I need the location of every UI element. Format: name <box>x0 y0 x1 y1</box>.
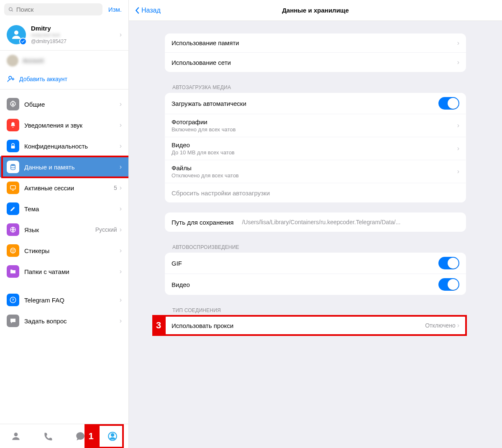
secondary-account-row[interactable]: Account <box>0 51 128 71</box>
settings-list: Общие › Уведомления и звук › Конфиденциа… <box>0 90 128 424</box>
setting-label: Папки с чатами <box>24 268 120 275</box>
proxy-card-wrap: Использовать прокси Отключено › 3 <box>165 316 466 335</box>
video-toggle[interactable] <box>438 278 459 291</box>
sidebar-item-sessions[interactable]: Активные сессии 5 › <box>0 177 128 198</box>
bell-icon <box>7 119 19 131</box>
sidebar-item-folders[interactable]: Папки с чатами › <box>0 261 128 282</box>
setting-label: Данные и память <box>24 164 120 171</box>
back-label: Назад <box>141 7 161 14</box>
storage-usage-row[interactable]: Использование памяти › <box>165 33 466 53</box>
save-path-row[interactable]: Путь для сохранения /Users/lisa/Library/… <box>165 212 466 232</box>
sidebar-item-data-storage[interactable]: Данные и память › 2 <box>0 156 128 177</box>
row-title: Фотографии <box>172 118 457 125</box>
auto-download-toggle-row[interactable]: Загружать автоматически <box>165 93 466 114</box>
setting-label: Тема <box>24 205 120 212</box>
proxy-value: Отключено <box>425 322 456 329</box>
files-row[interactable]: Файлы Отключено для всех чатов › <box>165 160 466 183</box>
brush-icon <box>7 202 19 215</box>
sidebar-item-general[interactable]: Общие › <box>0 94 128 115</box>
svg-point-3 <box>9 76 12 79</box>
svg-point-14 <box>14 250 15 251</box>
page-title: Данные и хранилище <box>129 7 502 14</box>
row-title: Видео <box>172 141 457 148</box>
auto-download-toggle[interactable] <box>438 97 459 110</box>
row-title: Загружать автоматически <box>172 100 438 107</box>
setting-label: Уведомления и звук <box>24 122 120 129</box>
tab-calls[interactable] <box>41 429 56 444</box>
lock-icon <box>7 140 19 152</box>
sidebar-item-stickers[interactable]: Стикеры › <box>0 240 128 261</box>
sidebar-item-ask[interactable]: Задать вопрос › <box>0 310 128 331</box>
sidebar-header: Изм. <box>0 0 128 19</box>
row-title: Сбросить настройки автозагрузки <box>172 189 459 197</box>
profile-row[interactable]: Dmitry redacted text @dmitry185427 › <box>0 19 128 51</box>
svg-line-1 <box>12 10 13 11</box>
svg-point-19 <box>111 433 114 436</box>
row-title: GIF <box>172 260 438 267</box>
sidebar-item-faq[interactable]: ? Telegram FAQ › <box>0 289 128 310</box>
chevron-right-icon: › <box>120 296 122 304</box>
chevron-right-icon: › <box>120 100 122 108</box>
svg-point-6 <box>12 103 14 105</box>
gif-toggle[interactable] <box>438 257 459 269</box>
tab-settings[interactable] <box>105 429 120 444</box>
setting-label: Активные сессии <box>24 184 114 192</box>
use-proxy-row[interactable]: Использовать прокси Отключено › <box>165 316 466 335</box>
chevron-right-icon: › <box>120 121 122 129</box>
gif-autoplay-row[interactable]: GIF <box>165 253 466 274</box>
gear-icon <box>7 98 19 110</box>
proxy-card: Использовать прокси Отключено › <box>165 316 466 335</box>
row-subtitle: До 10 MB для всех чатов <box>172 149 457 156</box>
sidebar-item-theme[interactable]: Тема › <box>0 198 128 219</box>
chevron-right-icon: › <box>120 226 122 233</box>
sidebar-item-notifications[interactable]: Уведомления и звук › <box>0 115 128 136</box>
chevron-right-icon: › <box>120 31 122 38</box>
setting-label: Язык <box>24 226 95 233</box>
row-title: Использование сети <box>172 59 457 66</box>
autoplay-card: GIF Видео <box>165 253 466 295</box>
svg-point-13 <box>12 250 13 251</box>
profile-info: Dmitry redacted text @dmitry185427 <box>31 25 120 44</box>
row-title: Видео <box>172 281 438 288</box>
profile-handle: @dmitry185427 <box>31 38 120 44</box>
edit-button[interactable]: Изм. <box>106 4 124 15</box>
row-title: Использовать прокси <box>172 322 425 329</box>
usage-card: Использование памяти › Использование сет… <box>165 33 466 72</box>
chevron-right-icon: › <box>457 145 459 152</box>
add-account-label: Добавить аккаунт <box>19 76 67 82</box>
row-title: Файлы <box>172 164 457 172</box>
video-row[interactable]: Видео До 10 MB для всех чатов › <box>165 137 466 160</box>
tab-bar: 1 <box>0 424 128 448</box>
main-pane: Назад Данные и хранилище Использование п… <box>129 0 502 448</box>
network-usage-row[interactable]: Использование сети › <box>165 53 466 72</box>
sidebar: Изм. Dmitry redacted text @dmitry185427 … <box>0 0 129 448</box>
verified-badge-icon <box>19 38 27 45</box>
reset-autodownload-row[interactable]: Сбросить настройки автозагрузки <box>165 183 466 202</box>
svg-text:?: ? <box>12 298 14 302</box>
annotation-marker-1: 1 <box>85 424 98 448</box>
video-autoplay-row[interactable]: Видео <box>165 274 466 295</box>
search-input[interactable] <box>16 6 98 13</box>
annotation-marker-3: 3 <box>152 315 165 336</box>
setting-value: 5 <box>114 184 117 191</box>
sticker-icon <box>7 244 19 257</box>
sidebar-item-language[interactable]: Язык Русский › <box>0 219 128 240</box>
svg-point-0 <box>9 8 12 10</box>
tab-contacts[interactable] <box>8 429 23 444</box>
setting-label: Telegram FAQ <box>24 297 120 304</box>
chevron-right-icon: › <box>457 322 459 329</box>
add-account-button[interactable]: Добавить аккаунт <box>0 71 128 90</box>
chevron-right-icon: › <box>457 39 459 47</box>
photos-row[interactable]: Фотографии Включено для всех чатов › <box>165 114 466 137</box>
add-account-icon <box>7 75 15 83</box>
sidebar-item-privacy[interactable]: Конфиденциальность › <box>0 136 128 156</box>
row-subtitle: Включено для всех чатов <box>172 126 457 133</box>
chat-icon <box>7 315 19 327</box>
chevron-right-icon: › <box>120 205 122 212</box>
avatar <box>7 25 26 44</box>
back-button[interactable]: Назад <box>129 7 166 14</box>
search-field[interactable] <box>4 3 102 15</box>
svg-rect-9 <box>10 186 15 189</box>
save-path-value: /Users/lisa/Library/Containers/ru.keepco… <box>242 219 417 225</box>
setting-label: Общие <box>24 101 120 108</box>
